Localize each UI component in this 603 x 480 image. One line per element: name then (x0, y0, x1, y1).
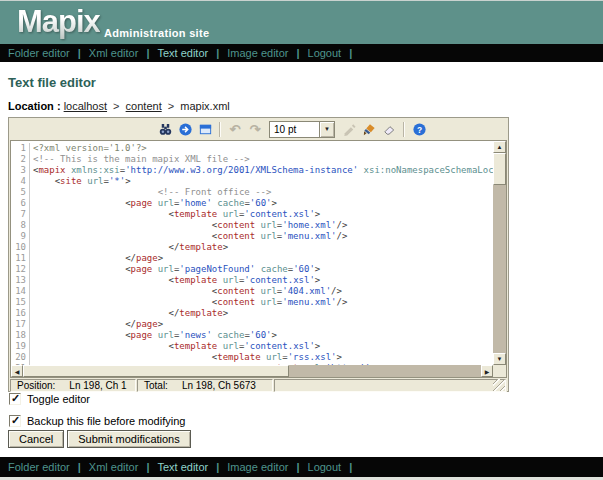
scrollbar-corner (493, 365, 506, 377)
nav-divider: | (146, 461, 149, 473)
toggle-editor-label: Toggle editor (27, 393, 90, 405)
code-line: </template> (33, 308, 493, 319)
scroll-up-arrow-icon[interactable]: ▲ (493, 141, 506, 153)
code-line: <content url='home.xml'/> (33, 220, 493, 231)
nav-divider: | (296, 461, 299, 473)
font-size-value: 10 pt (270, 124, 296, 135)
line-number: 4 (11, 176, 29, 187)
editor-toolbar: ↶ ↷ 10 pt ▼ ? (9, 118, 508, 140)
scroll-left-arrow-icon[interactable]: ◀ (11, 365, 23, 377)
code-line: <content url='404.xml'/> (33, 286, 493, 297)
brush-icon[interactable] (360, 120, 378, 138)
status-empty-cell (274, 379, 506, 392)
scroll-down-arrow-icon[interactable]: ▼ (493, 353, 506, 365)
nav-divider: | (146, 47, 149, 59)
code-line: <mapix xmlns:xsi='http://www.w3.org/2001… (33, 165, 493, 176)
nav-folder-editor[interactable]: Folder editor (8, 47, 70, 59)
code-line: <!-- This is the main mapix XML file --> (33, 154, 493, 165)
status-position-cell: Position: Ln 198, Ch 1 (10, 379, 136, 392)
editor-status-bar: Position: Ln 198, Ch 1 Total: Ln 198, Ch… (10, 379, 507, 392)
code-line: </page> (33, 319, 493, 330)
toolbar-separator (403, 122, 405, 137)
backup-file-label: Backup this file before modifying (27, 415, 185, 427)
code-viewport: 123456789101112131415161718192021 <?xml … (11, 141, 493, 365)
position-label: Position: (17, 380, 55, 391)
nav-image-editor[interactable]: Image editor (227, 461, 288, 473)
horizontal-scrollbar-thumb[interactable] (23, 365, 289, 377)
code-line: <template url='content.xsl'> (33, 341, 493, 352)
chevron-down-icon[interactable]: ▼ (319, 122, 334, 137)
submit-modifications-button[interactable]: Submit modifications (67, 430, 191, 448)
nav-logout[interactable]: Logout (308, 461, 342, 473)
nav-text-editor[interactable]: Text editor (157, 461, 208, 473)
line-number: 8 (11, 220, 29, 231)
eraser-icon[interactable] (380, 120, 398, 138)
horizontal-scrollbar[interactable]: ◀ ▶ (11, 365, 493, 377)
nav-divider: | (349, 461, 352, 473)
find-icon[interactable] (156, 120, 174, 138)
code-area[interactable]: 123456789101112131415161718192021 <?xml … (10, 140, 507, 378)
line-number: 7 (11, 209, 29, 220)
breadcrumb: Location : localhost > content > mapix.x… (8, 100, 230, 112)
breadcrumb-localhost[interactable]: localhost (64, 100, 107, 112)
code-line: <site url='*'> (33, 176, 493, 187)
go-to-line-icon[interactable] (176, 120, 194, 138)
line-number: 14 (11, 286, 29, 297)
code-line: <page url='pageNotFound' cache='60'> (33, 264, 493, 275)
nav-divider: | (349, 47, 352, 59)
scroll-right-arrow-icon[interactable]: ▶ (481, 365, 493, 377)
breadcrumb-content[interactable]: content (126, 100, 162, 112)
site-header: Mapix Administration site (0, 0, 603, 44)
resize-grip[interactable] (493, 379, 505, 391)
status-total-cell: Total: Ln 198, Ch 5673 (137, 379, 273, 392)
nav-xml-editor[interactable]: Xml editor (89, 461, 139, 473)
backup-file-checkbox[interactable] (9, 415, 21, 427)
font-size-select[interactable]: 10 pt ▼ (269, 121, 335, 138)
code-line: <page url='home' cache='60'> (33, 198, 493, 209)
redo-icon[interactable]: ↷ (246, 120, 264, 138)
line-number: 20 (11, 352, 29, 363)
code-line: </template> (33, 242, 493, 253)
line-number: 18 (11, 330, 29, 341)
undo-icon[interactable]: ↶ (226, 120, 244, 138)
line-number: 13 (11, 275, 29, 286)
line-number: 15 (11, 297, 29, 308)
nav-xml-editor[interactable]: Xml editor (89, 47, 139, 59)
line-number: 5 (11, 187, 29, 198)
help-icon[interactable]: ? (410, 120, 428, 138)
code-line: <template url='rss.xsl'> (33, 352, 493, 363)
line-number: 19 (11, 341, 29, 352)
cancel-button[interactable]: Cancel (8, 430, 64, 448)
page-title: Text file editor (8, 75, 96, 90)
line-number: 11 (11, 253, 29, 264)
vertical-scrollbar[interactable]: ▲ ▼ (493, 141, 506, 365)
nav-folder-editor[interactable]: Folder editor (8, 461, 70, 473)
nav-divider: | (78, 47, 81, 59)
breadcrumb-separator: > (165, 100, 177, 112)
toggle-editor-checkbox[interactable] (9, 393, 21, 405)
form-buttons: Cancel Submit modifications (8, 430, 191, 448)
nav-image-editor[interactable]: Image editor (227, 47, 288, 59)
site-subtitle: Administration site (104, 27, 209, 39)
code-line: <!-- Front office --> (33, 187, 493, 198)
svg-text:?: ? (416, 124, 421, 134)
code-line: <content url='menu.xml'/> (33, 231, 493, 242)
total-value: Ln 198, Ch 5673 (182, 380, 256, 391)
text-editor: ↶ ↷ 10 pt ▼ ? 12345678910 (8, 117, 509, 392)
highlight-icon[interactable] (340, 120, 358, 138)
location-label: Location : (8, 100, 61, 112)
fullscreen-icon[interactable] (196, 120, 214, 138)
code-lines[interactable]: <?xml version='1.0'?><!-- This is the ma… (33, 143, 493, 365)
nav-divider: | (216, 47, 219, 59)
vertical-scrollbar-thumb[interactable] (493, 153, 506, 185)
nav-logout[interactable]: Logout (308, 47, 342, 59)
line-number: 17 (11, 319, 29, 330)
backup-file-row: Backup this file before modifying (9, 415, 185, 427)
nav-text-editor[interactable]: Text editor (157, 47, 208, 59)
total-label: Total: (144, 380, 168, 391)
line-number: 1 (11, 143, 29, 154)
line-number: 10 (11, 242, 29, 253)
line-number: 2 (11, 154, 29, 165)
toggle-editor-row: Toggle editor (9, 393, 90, 405)
code-line: <content url='menu.xml'/> (33, 297, 493, 308)
